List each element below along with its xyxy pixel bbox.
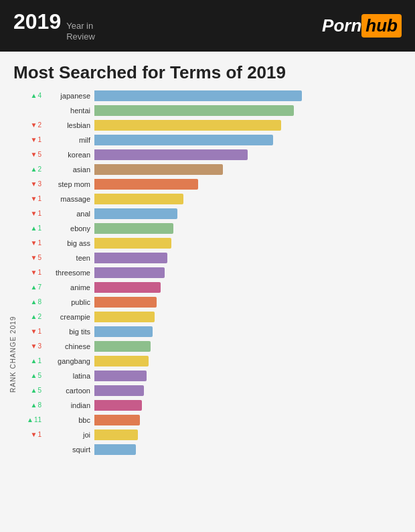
chart-row: ▼3chinese	[16, 339, 408, 353]
bar	[94, 253, 167, 263]
rank-change: ▼5	[16, 151, 44, 158]
bar	[94, 149, 248, 160]
chart-row: ▲5latina	[16, 369, 408, 383]
chart-row: ▼5korean	[16, 147, 408, 161]
term-label: cartoon	[44, 387, 94, 395]
up-arrow-icon: ▲	[27, 416, 33, 423]
bar-container	[94, 444, 408, 455]
chart-row: ▼1big tits	[16, 324, 408, 338]
term-label: gangbang	[44, 357, 94, 365]
rank-change: ▲1	[16, 357, 44, 364]
term-label: anal	[44, 210, 94, 218]
bar	[94, 371, 147, 381]
bar-container	[94, 326, 408, 337]
rank-number: 2	[37, 165, 42, 173]
bar	[94, 415, 140, 425]
bar-container	[94, 385, 408, 396]
bar	[94, 444, 136, 455]
bar	[94, 312, 155, 322]
term-label: japanese	[44, 92, 94, 100]
rank-number: 1	[37, 431, 42, 438]
term-label: big ass	[44, 239, 94, 247]
down-arrow-icon: ▼	[31, 151, 37, 158]
header: 2019 Year inReview Porn hub	[0, 0, 415, 52]
term-label: anime	[44, 283, 94, 291]
bar	[94, 238, 171, 249]
down-arrow-icon: ▼	[31, 328, 37, 335]
bar-container	[94, 208, 408, 219]
rank-number: 5	[37, 254, 42, 261]
down-arrow-icon: ▼	[31, 254, 37, 261]
rank-number: 1	[37, 224, 42, 232]
up-arrow-icon: ▲	[31, 224, 37, 232]
rank-number: 5	[37, 151, 42, 158]
rank-change: ▲5	[16, 372, 44, 379]
bar	[94, 400, 142, 411]
bar-container	[94, 223, 408, 234]
bar	[94, 179, 198, 190]
chart-row: ▼1joi	[16, 427, 408, 442]
bar-container	[94, 429, 408, 440]
bar-container	[94, 120, 408, 131]
bar	[94, 326, 153, 337]
main-title: Most Searched for Terms of 2019	[13, 62, 402, 83]
up-arrow-icon: ▲	[31, 401, 37, 409]
rank-change: ▼1	[16, 195, 44, 202]
chart-row: ▼1big ass	[16, 236, 408, 250]
term-label: indian	[44, 401, 94, 409]
chart-row: ▼1anal	[16, 206, 408, 220]
chart-row: ▲1gangbang	[16, 354, 408, 368]
term-label: bbc	[44, 416, 94, 424]
bar-container	[94, 400, 408, 411]
rank-number: 1	[37, 357, 42, 364]
chart-row: ▲11bbc	[16, 413, 408, 427]
chart-row: ▼1milf	[16, 133, 408, 147]
bar	[94, 208, 177, 219]
bar	[94, 297, 157, 308]
rank-number: 11	[34, 416, 42, 423]
term-label: lesbian	[44, 121, 94, 129]
chart-row: ▼1massage	[16, 192, 408, 206]
bar-container	[94, 371, 408, 381]
bar-container	[94, 267, 408, 278]
bar-container	[94, 164, 408, 175]
bar	[94, 164, 223, 175]
down-arrow-icon: ▼	[31, 121, 37, 129]
term-label: step mom	[44, 180, 94, 188]
chart-area: RANK CHANGE 2019 ▲4japanesehentai▼2lesbi…	[0, 88, 415, 532]
rank-change: ▼1	[16, 210, 44, 217]
logo: Porn hub	[322, 14, 402, 38]
chart-row: squirt	[16, 442, 408, 456]
rank-change: ▼2	[16, 121, 44, 129]
term-label: chinese	[44, 342, 94, 350]
term-label: korean	[44, 151, 94, 159]
bar-container	[94, 105, 408, 116]
down-arrow-icon: ▼	[31, 239, 37, 247]
up-arrow-icon: ▲	[31, 165, 37, 173]
bar-container	[94, 282, 408, 293]
bar-container	[94, 90, 408, 101]
up-arrow-icon: ▲	[31, 372, 37, 379]
up-arrow-icon: ▲	[31, 313, 37, 320]
chart-row: ▲2creampie	[16, 310, 408, 324]
bar	[94, 341, 151, 352]
rank-number: 1	[37, 328, 42, 335]
bar	[94, 120, 281, 131]
bar-container	[94, 253, 408, 263]
term-label: hentai	[44, 107, 94, 115]
down-arrow-icon: ▼	[31, 342, 37, 350]
down-arrow-icon: ▼	[31, 431, 37, 438]
bar-container	[94, 238, 408, 249]
bar-container	[94, 415, 408, 425]
chart-inner: ▲4japanesehentai▼2lesbian▼1milf▼5korean▲…	[16, 88, 408, 532]
chart-rows: ▲4japanesehentai▼2lesbian▼1milf▼5korean▲…	[16, 88, 408, 456]
rank-change: ▲4	[16, 92, 44, 99]
chart-row: ▲8indian	[16, 398, 408, 412]
bar	[94, 90, 302, 101]
bar	[94, 282, 161, 293]
bar	[94, 429, 138, 440]
bar-container	[94, 341, 408, 352]
year-sub-label: Year inReview	[66, 21, 95, 42]
term-label: massage	[44, 195, 94, 203]
rank-change: ▼3	[16, 180, 44, 188]
